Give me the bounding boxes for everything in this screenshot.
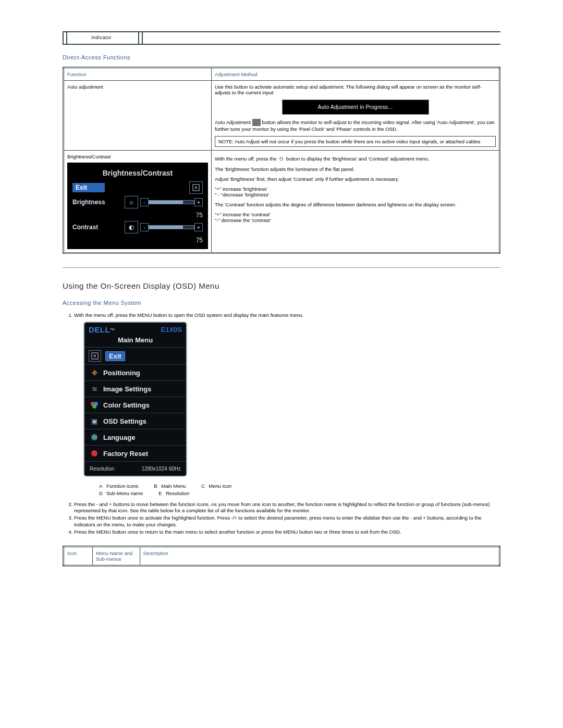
osd-description-table: Icon Menu Name and Sub-menus Description bbox=[63, 546, 500, 566]
positioning-icon: ✥ bbox=[89, 367, 100, 378]
osd-brightness-row[interactable]: Brightness ☼ - + bbox=[72, 196, 203, 208]
contrast-icon: ◐ bbox=[125, 221, 138, 233]
section-divider bbox=[63, 267, 500, 268]
legend-d: Sub-Menu name bbox=[106, 490, 143, 496]
color-settings-icon bbox=[89, 400, 100, 410]
bc-desc2: The 'Brightness' function adjusts the lu… bbox=[215, 166, 496, 172]
menu-item-label: Factory Reset bbox=[103, 450, 148, 458]
resolution-label: Resolution bbox=[90, 466, 114, 472]
trademark-icon: TM bbox=[110, 328, 115, 331]
legend-b: Main Menu bbox=[161, 483, 186, 489]
osd-steps-list: With the menu off, press the MENU button… bbox=[74, 312, 500, 318]
col-function: Function bbox=[64, 68, 212, 81]
osd-contrast-row[interactable]: Contrast ◐ - + bbox=[72, 221, 203, 233]
minus-button[interactable]: - bbox=[140, 198, 149, 206]
exit-icon bbox=[89, 350, 101, 362]
brightness-glyph-icon: ☼ bbox=[278, 154, 285, 162]
menu-item-exit[interactable]: Exit bbox=[84, 347, 186, 364]
image-settings-icon: ≋ bbox=[89, 384, 100, 394]
fn-auto-adjust-desc: Use this button to activate automatic se… bbox=[212, 81, 500, 151]
indicator-label: Indicator bbox=[91, 35, 112, 40]
exit-icon bbox=[189, 181, 203, 194]
osd-contrast-label: Contrast bbox=[72, 224, 123, 231]
menu-item-label: Positioning bbox=[103, 369, 140, 377]
legend-a: Function icons bbox=[106, 483, 138, 489]
osd-step-2: Press the - and + buttons to move betwee… bbox=[74, 501, 500, 514]
bc-cplus: "+" increase the 'contrast' bbox=[215, 212, 496, 217]
menu-legend: AFunction icons BMain Menu CMenu icon DS… bbox=[99, 483, 500, 496]
auto-adjust-top: Use this button to activate automatic se… bbox=[215, 84, 496, 95]
plus-button[interactable]: + bbox=[194, 223, 203, 231]
adjust-icon bbox=[252, 119, 261, 126]
osd-step-3: Press the MENU button once to activate t… bbox=[74, 515, 500, 527]
menu-item-label: Language bbox=[103, 434, 135, 441]
bc-desc3: Adjust 'Brightness' first, then adjust '… bbox=[215, 176, 496, 182]
factory-reset-icon bbox=[89, 448, 100, 459]
model-label: E1X0S bbox=[161, 326, 182, 334]
auto-adjust-mid: Auto Adjustment button allows the monito… bbox=[215, 119, 496, 132]
top-divider: Indicator bbox=[63, 31, 500, 45]
osd-exit-label: Exit bbox=[72, 183, 105, 192]
osd-step-1: With the menu off, press the MENU button… bbox=[74, 312, 500, 318]
bc-bplus: "+" increase 'brightness' bbox=[215, 186, 496, 192]
osd-exit-row[interactable]: Exit bbox=[72, 181, 203, 194]
contrast-bar[interactable] bbox=[149, 225, 194, 229]
svg-point-4 bbox=[92, 404, 96, 409]
osd-heading: Using the On-Screen Display (OSD) Menu bbox=[63, 281, 500, 290]
osd-bc-panel: Brightness/Contrast Exit Brightness ☼ - … bbox=[67, 163, 208, 249]
menu-item-positioning[interactable]: ✥ Positioning bbox=[84, 364, 186, 380]
menu-item-language[interactable]: Language bbox=[84, 429, 186, 445]
menu-item-osd-settings[interactable]: ▣ OSD Settings bbox=[84, 413, 186, 429]
direct-access-table: Function Adjustment Method Auto adjustme… bbox=[63, 67, 500, 254]
osd-step-4: Press the MENU button once to return to … bbox=[74, 529, 500, 535]
menu-item-color-settings[interactable]: Color Settings bbox=[84, 397, 186, 413]
legend-e: Resolution bbox=[166, 490, 189, 496]
bc-cminus: "-" decrease the 'contrast' bbox=[215, 217, 496, 223]
osd-subheading: Accessing the Menu System bbox=[63, 300, 500, 306]
brand-logo: DELL bbox=[89, 325, 110, 334]
minus-button[interactable]: - bbox=[140, 223, 149, 231]
menu-item-image-settings[interactable]: ≋ Image Settings bbox=[84, 380, 186, 397]
osd-main-menu-panel: DELLTM E1X0S Main Menu Exit ✥ Positionin… bbox=[83, 322, 187, 477]
fn-bc-desc: With the menu off, press the ☼ button to… bbox=[212, 151, 500, 253]
menu-item-label: Exit bbox=[109, 352, 121, 360]
auto-adjust-dialog: Auto Adjustment in Progress... bbox=[282, 100, 429, 115]
col-menu-name: Menu Name and Sub-menus bbox=[93, 546, 140, 565]
main-menu-title: Main Menu bbox=[84, 334, 186, 347]
bc-bminus: " - "decrease 'brightness' bbox=[215, 192, 496, 198]
osd-steps-list-2: Press the - and + buttons to move betwee… bbox=[74, 501, 500, 535]
contrast-value: 75 bbox=[196, 236, 203, 244]
brightness-bar[interactable] bbox=[149, 200, 194, 204]
col-description: Description bbox=[140, 546, 500, 565]
osd-settings-icon: ▣ bbox=[89, 416, 100, 426]
menu-item-label: Color Settings bbox=[103, 401, 150, 409]
fn-bc-label: Brightness/Contrast bbox=[67, 154, 208, 159]
resolution-value: 1280x1024 60Hz bbox=[141, 466, 181, 472]
bc-desc1: With the menu off, press the ☼ button to… bbox=[215, 154, 496, 162]
osd-brightness-label: Brightness bbox=[72, 199, 123, 206]
col-icon: Icon bbox=[64, 546, 93, 565]
menu-item-label: Image Settings bbox=[103, 385, 151, 393]
fn-auto-adjust: Auto adjustment bbox=[64, 81, 212, 151]
direct-access-heading: Direct-Access Functions bbox=[63, 54, 500, 60]
plus-button[interactable]: + bbox=[194, 198, 203, 206]
menu-item-factory-reset[interactable]: Factory Reset bbox=[84, 445, 186, 461]
legend-c: Menu icon bbox=[209, 483, 231, 489]
fn-brightness-contrast: Brightness/Contrast Brightness/Contrast … bbox=[64, 151, 212, 253]
osd-bc-title: Brightness/Contrast bbox=[72, 169, 203, 177]
bc-desc4: The 'Contrast' function adjusts the degr… bbox=[215, 202, 496, 207]
language-icon bbox=[89, 432, 100, 442]
brightness-icon: ☼ bbox=[125, 196, 138, 208]
svg-point-6 bbox=[91, 450, 97, 456]
menu-resolution-row: Resolution 1280x1024 60Hz bbox=[84, 461, 186, 476]
col-method: Adjustment Method bbox=[212, 68, 500, 81]
brightness-value: 75 bbox=[196, 211, 203, 219]
auto-adjust-note: NOTE: Auto Adjust will not occur if you … bbox=[215, 136, 496, 147]
menu-item-label: OSD Settings bbox=[103, 417, 146, 425]
